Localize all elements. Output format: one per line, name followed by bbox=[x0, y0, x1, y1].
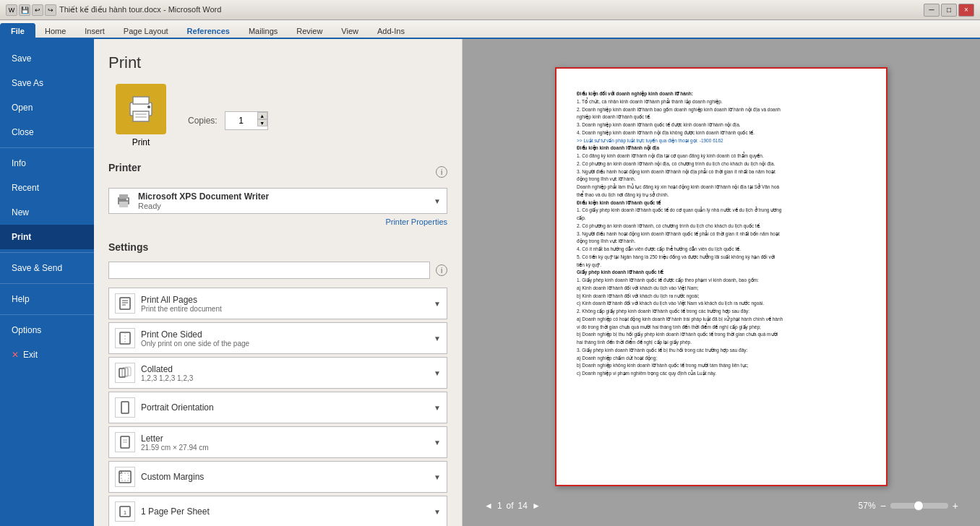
prev-page-button[interactable]: ◄ bbox=[484, 501, 493, 511]
setting-paper-dropdown[interactable]: Letter 21.59 cm × 27.94 cm ▼ bbox=[108, 426, 447, 458]
sidebar-item-options[interactable]: Options bbox=[0, 318, 94, 342]
minimize-button[interactable]: ─ bbox=[924, 4, 940, 17]
svg-rect-4 bbox=[135, 116, 147, 118]
tab-file[interactable]: File bbox=[0, 23, 35, 39]
printer-section: Printer i Microsoft XPS Document Writer … bbox=[108, 162, 447, 227]
printer-info: Microsoft XPS Document Writer Ready bbox=[115, 191, 269, 210]
total-pages: 14 bbox=[518, 501, 528, 511]
setting-pagespersheet-dropdown[interactable]: 1 1 Page Per Sheet ▼ bbox=[108, 496, 447, 526]
margins-dropdown-arrow: ▼ bbox=[434, 473, 441, 481]
svg-rect-1 bbox=[133, 97, 149, 104]
pages-input[interactable] bbox=[108, 262, 430, 279]
tab-addins[interactable]: Add-Ins bbox=[368, 23, 414, 39]
orientation-setting-main: Portrait Orientation bbox=[141, 402, 214, 413]
sidebar-item-recent[interactable]: Recent bbox=[0, 176, 94, 200]
tab-references[interactable]: References bbox=[178, 23, 239, 39]
sides-icon bbox=[115, 328, 135, 348]
page-separator: of bbox=[507, 501, 514, 511]
printer-dropdown[interactable]: Microsoft XPS Document Writer Ready ▼ bbox=[108, 188, 447, 214]
svg-text:1: 1 bbox=[124, 509, 127, 516]
setting-margins-dropdown[interactable]: Custom Margins ▼ bbox=[108, 461, 447, 493]
sidebar-item-help[interactable]: Help bbox=[0, 287, 94, 311]
window-title: Thiết kế điều hành tour.docx - Microsoft… bbox=[59, 5, 221, 14]
svg-point-5 bbox=[147, 105, 150, 108]
collated-setting-sub: 1,2,3 1,2,3 1,2,3 bbox=[141, 374, 193, 382]
printer-properties-link[interactable]: Printer Properties bbox=[385, 217, 447, 226]
printer-properties-link-container: Printer Properties bbox=[108, 217, 447, 227]
collated-icon bbox=[115, 363, 135, 383]
sidebar-item-new[interactable]: New bbox=[0, 200, 94, 225]
page-navigation: ◄ 1 of 14 ► bbox=[484, 501, 541, 511]
zoom-in-button[interactable]: + bbox=[953, 500, 958, 512]
pages-setting-main: Print All Pages bbox=[141, 295, 222, 305]
pagespersheet-dropdown-arrow: ▼ bbox=[434, 508, 441, 516]
margins-setting-main: Custom Margins bbox=[141, 472, 204, 482]
pagespersheet-setting-main: 1 Page Per Sheet bbox=[141, 506, 210, 517]
pagespersheet-icon: 1 bbox=[115, 501, 135, 522]
current-page: 1 bbox=[497, 501, 502, 511]
tab-insert[interactable]: Insert bbox=[75, 23, 114, 39]
printer-mini-icon bbox=[115, 192, 132, 210]
sidebar-item-save[interactable]: Save bbox=[0, 46, 94, 71]
ribbon-tabs: File Home Insert Page Layout References … bbox=[0, 20, 980, 39]
tab-pagelayout[interactable]: Page Layout bbox=[114, 23, 178, 39]
sidebar-item-exit[interactable]: ✕Exit bbox=[0, 342, 94, 367]
svg-rect-19 bbox=[121, 402, 129, 413]
sidebar-item-info[interactable]: Info bbox=[0, 151, 94, 176]
setting-pages-dropdown[interactable]: Print All Pages Print the entire documen… bbox=[108, 288, 447, 319]
word-icon: W bbox=[6, 4, 17, 16]
copies-label: Copies: bbox=[188, 116, 218, 126]
copies-increment[interactable]: ▲ bbox=[257, 112, 267, 119]
pages-dropdown-arrow: ▼ bbox=[434, 300, 441, 308]
sidebar-item-open[interactable]: Open bbox=[0, 95, 94, 120]
svg-rect-8 bbox=[119, 202, 128, 207]
paper-dropdown-arrow: ▼ bbox=[434, 439, 441, 447]
redo-icon[interactable]: ↪ bbox=[45, 4, 56, 16]
print-section-title: Print bbox=[108, 53, 447, 72]
preview-area: Điều kiện đối với doanh nghiệp kinh doan… bbox=[463, 39, 980, 526]
tab-mailings[interactable]: Mailings bbox=[239, 23, 287, 39]
pages-setting-sub: Print the entire document bbox=[141, 305, 222, 313]
pages-info-icon[interactable]: i bbox=[436, 264, 447, 276]
print-button[interactable]: Print bbox=[108, 84, 173, 147]
print-icon bbox=[116, 84, 166, 134]
undo-icon[interactable]: ↩ bbox=[32, 4, 43, 16]
tab-review[interactable]: Review bbox=[287, 23, 332, 39]
svg-rect-24 bbox=[121, 473, 129, 480]
tab-view[interactable]: View bbox=[332, 23, 368, 39]
svg-rect-23 bbox=[119, 471, 131, 483]
next-page-button[interactable]: ► bbox=[532, 501, 541, 511]
copies-input[interactable] bbox=[225, 112, 257, 129]
printer-info-icon[interactable]: i bbox=[436, 166, 447, 178]
setting-orientation-dropdown[interactable]: Portrait Orientation ▼ bbox=[108, 392, 447, 423]
paper-icon bbox=[115, 432, 135, 452]
main-layout: Save Save As Open Close Info Recent New … bbox=[0, 39, 980, 526]
setting-sides-dropdown[interactable]: Print One Sided Only print on one side o… bbox=[108, 322, 447, 354]
zoom-out-button[interactable]: − bbox=[880, 500, 886, 512]
close-button[interactable]: × bbox=[958, 4, 974, 17]
sidebar-item-close[interactable]: Close bbox=[0, 120, 94, 145]
zoom-level: 57% bbox=[859, 501, 876, 511]
copies-decrement[interactable]: ▼ bbox=[257, 119, 267, 126]
sidebar-item-saveas[interactable]: Save As bbox=[0, 71, 94, 95]
tab-home[interactable]: Home bbox=[35, 23, 75, 39]
svg-point-9 bbox=[126, 199, 128, 200]
paper-setting-sub: 21.59 cm × 27.94 cm bbox=[141, 444, 209, 452]
sides-setting-sub: Only print on one side of the page bbox=[141, 340, 249, 348]
title-bar: W 💾 ↩ ↪ Thiết kế điều hành tour.docx - M… bbox=[0, 0, 980, 20]
sidebar-item-print[interactable]: Print bbox=[0, 225, 94, 249]
maximize-button[interactable]: □ bbox=[941, 4, 957, 17]
orientation-dropdown-arrow: ▼ bbox=[434, 404, 441, 412]
print-button-label: Print bbox=[132, 137, 150, 147]
setting-collated-dropdown[interactable]: Collated 1,2,3 1,2,3 1,2,3 ▼ bbox=[108, 357, 447, 389]
save-quick-icon[interactable]: 💾 bbox=[19, 4, 30, 16]
svg-rect-7 bbox=[119, 194, 128, 199]
copies-spinners: ▲ ▼ bbox=[257, 112, 267, 129]
settings-section-title: Settings bbox=[108, 241, 447, 253]
paper-setting-main: Letter bbox=[141, 434, 209, 444]
title-bar-left: W 💾 ↩ ↪ Thiết kế điều hành tour.docx - M… bbox=[6, 4, 221, 16]
quick-access-toolbar: W 💾 ↩ ↪ bbox=[6, 4, 56, 16]
backstage-sidebar: Save Save As Open Close Info Recent New … bbox=[0, 39, 94, 526]
sidebar-item-savedsend[interactable]: Save & Send bbox=[0, 256, 94, 280]
zoom-slider[interactable] bbox=[890, 503, 948, 509]
